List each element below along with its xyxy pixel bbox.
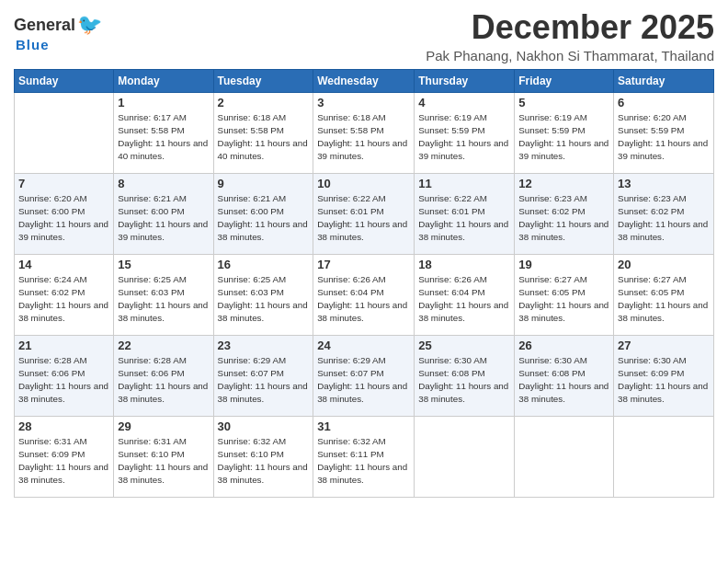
calendar-header-wednesday: Wednesday [313, 69, 415, 92]
day-number: 2 [218, 96, 310, 109]
calendar-header-sunday: Sunday [15, 69, 114, 92]
day-number: 27 [618, 339, 710, 352]
day-info: Sunrise: 6:21 AMSunset: 6:00 PMDaylight:… [118, 193, 208, 243]
calendar-cell: 25 Sunrise: 6:30 AMSunset: 6:08 PMDaylig… [415, 335, 515, 416]
logo-blue-label: Blue [16, 37, 50, 52]
calendar-week-row: 14 Sunrise: 6:24 AMSunset: 6:02 PMDaylig… [15, 254, 714, 335]
day-info: Sunrise: 6:32 AMSunset: 6:11 PMDaylight:… [317, 436, 407, 486]
day-info: Sunrise: 6:28 AMSunset: 6:06 PMDaylight:… [118, 355, 208, 405]
calendar-cell: 18 Sunrise: 6:26 AMSunset: 6:04 PMDaylig… [415, 254, 515, 335]
calendar-week-row: 7 Sunrise: 6:20 AMSunset: 6:00 PMDayligh… [15, 173, 714, 254]
calendar-cell: 30 Sunrise: 6:32 AMSunset: 6:10 PMDaylig… [213, 416, 313, 497]
day-number: 11 [418, 177, 510, 190]
month-title: December 2025 [426, 9, 714, 46]
logo-bird-icon: 🐦 [77, 13, 102, 37]
day-number: 12 [518, 177, 609, 190]
calendar-header-monday: Monday [114, 69, 213, 92]
day-info: Sunrise: 6:25 AMSunset: 6:03 PMDaylight:… [118, 274, 208, 324]
day-info: Sunrise: 6:17 AMSunset: 5:58 PMDaylight:… [118, 112, 208, 162]
day-info: Sunrise: 6:26 AMSunset: 6:04 PMDaylight:… [418, 274, 508, 324]
calendar-cell: 31 Sunrise: 6:32 AMSunset: 6:11 PMDaylig… [313, 416, 415, 497]
calendar-cell: 16 Sunrise: 6:25 AMSunset: 6:03 PMDaylig… [213, 254, 313, 335]
calendar-cell: 23 Sunrise: 6:29 AMSunset: 6:07 PMDaylig… [213, 335, 313, 416]
day-info: Sunrise: 6:18 AMSunset: 5:58 PMDaylight:… [317, 112, 407, 162]
calendar-cell [415, 416, 515, 497]
day-info: Sunrise: 6:23 AMSunset: 6:02 PMDaylight:… [518, 193, 609, 243]
calendar-cell: 2 Sunrise: 6:18 AMSunset: 5:58 PMDayligh… [213, 92, 313, 173]
calendar-header-tuesday: Tuesday [213, 69, 313, 92]
day-info: Sunrise: 6:31 AMSunset: 6:09 PMDaylight:… [18, 436, 108, 486]
calendar-cell: 15 Sunrise: 6:25 AMSunset: 6:03 PMDaylig… [114, 254, 213, 335]
day-number: 1 [118, 96, 209, 109]
day-info: Sunrise: 6:19 AMSunset: 5:59 PMDaylight:… [518, 112, 609, 162]
day-info: Sunrise: 6:29 AMSunset: 6:07 PMDaylight:… [218, 355, 308, 405]
day-info: Sunrise: 6:25 AMSunset: 6:03 PMDaylight:… [218, 274, 308, 324]
day-info: Sunrise: 6:27 AMSunset: 6:05 PMDaylight:… [618, 274, 708, 324]
calendar-cell: 1 Sunrise: 6:17 AMSunset: 5:58 PMDayligh… [114, 92, 213, 173]
calendar-cell: 5 Sunrise: 6:19 AMSunset: 5:59 PMDayligh… [515, 92, 614, 173]
day-number: 15 [118, 258, 209, 271]
day-number: 21 [18, 339, 109, 352]
day-number: 30 [218, 419, 310, 433]
day-info: Sunrise: 6:21 AMSunset: 6:00 PMDaylight:… [218, 193, 308, 243]
day-info: Sunrise: 6:22 AMSunset: 6:01 PMDaylight:… [418, 193, 508, 243]
calendar-week-row: 1 Sunrise: 6:17 AMSunset: 5:58 PMDayligh… [15, 92, 714, 173]
day-info: Sunrise: 6:28 AMSunset: 6:06 PMDaylight:… [18, 355, 108, 405]
calendar-cell [614, 416, 714, 497]
day-info: Sunrise: 6:20 AMSunset: 5:59 PMDaylight:… [618, 112, 708, 162]
calendar-header-friday: Friday [515, 69, 614, 92]
calendar-cell: 7 Sunrise: 6:20 AMSunset: 6:00 PMDayligh… [15, 173, 114, 254]
title-block: December 2025 Pak Phanang, Nakhon Si Tha… [426, 9, 714, 63]
day-info: Sunrise: 6:30 AMSunset: 6:08 PMDaylight:… [418, 355, 508, 405]
day-number: 28 [18, 419, 109, 433]
day-number: 19 [518, 258, 609, 271]
day-info: Sunrise: 6:23 AMSunset: 6:02 PMDaylight:… [618, 193, 708, 243]
calendar-cell: 29 Sunrise: 6:31 AMSunset: 6:10 PMDaylig… [114, 416, 213, 497]
calendar-header-thursday: Thursday [415, 69, 515, 92]
day-number: 14 [18, 258, 109, 271]
day-number: 8 [118, 177, 209, 190]
day-number: 6 [618, 96, 710, 109]
day-number: 17 [317, 258, 410, 271]
day-number: 4 [418, 96, 510, 109]
day-info: Sunrise: 6:30 AMSunset: 6:08 PMDaylight:… [518, 355, 609, 405]
day-number: 26 [518, 339, 609, 352]
day-number: 9 [218, 177, 310, 190]
day-info: Sunrise: 6:22 AMSunset: 6:01 PMDaylight:… [317, 193, 407, 243]
calendar-cell: 26 Sunrise: 6:30 AMSunset: 6:08 PMDaylig… [515, 335, 614, 416]
day-info: Sunrise: 6:19 AMSunset: 5:59 PMDaylight:… [418, 112, 508, 162]
calendar-cell: 6 Sunrise: 6:20 AMSunset: 5:59 PMDayligh… [614, 92, 714, 173]
calendar-cell: 11 Sunrise: 6:22 AMSunset: 6:01 PMDaylig… [415, 173, 515, 254]
calendar-cell: 13 Sunrise: 6:23 AMSunset: 6:02 PMDaylig… [614, 173, 714, 254]
day-number: 29 [118, 419, 209, 433]
calendar-cell: 19 Sunrise: 6:27 AMSunset: 6:05 PMDaylig… [515, 254, 614, 335]
day-number: 18 [418, 258, 510, 271]
calendar-cell: 22 Sunrise: 6:28 AMSunset: 6:06 PMDaylig… [114, 335, 213, 416]
page: General 🐦 Blue December 2025 Pak Phanang… [0, 0, 728, 563]
calendar-cell: 8 Sunrise: 6:21 AMSunset: 6:00 PMDayligh… [114, 173, 213, 254]
day-number: 31 [317, 419, 410, 433]
day-info: Sunrise: 6:31 AMSunset: 6:10 PMDaylight:… [118, 436, 208, 486]
day-info: Sunrise: 6:29 AMSunset: 6:07 PMDaylight:… [317, 355, 407, 405]
location-title: Pak Phanang, Nakhon Si Thammarat, Thaila… [426, 48, 714, 63]
calendar-header-saturday: Saturday [614, 69, 714, 92]
day-number: 7 [18, 177, 109, 190]
logo-general-text: General [14, 16, 75, 35]
calendar-cell: 10 Sunrise: 6:22 AMSunset: 6:01 PMDaylig… [313, 173, 415, 254]
day-info: Sunrise: 6:32 AMSunset: 6:10 PMDaylight:… [218, 436, 308, 486]
calendar-cell: 28 Sunrise: 6:31 AMSunset: 6:09 PMDaylig… [15, 416, 114, 497]
calendar-cell: 27 Sunrise: 6:30 AMSunset: 6:09 PMDaylig… [614, 335, 714, 416]
day-number: 23 [218, 339, 310, 352]
calendar-cell: 24 Sunrise: 6:29 AMSunset: 6:07 PMDaylig… [313, 335, 415, 416]
calendar-cell: 14 Sunrise: 6:24 AMSunset: 6:02 PMDaylig… [15, 254, 114, 335]
day-number: 20 [618, 258, 710, 271]
day-info: Sunrise: 6:26 AMSunset: 6:04 PMDaylight:… [317, 274, 407, 324]
day-number: 25 [418, 339, 510, 352]
calendar-cell [515, 416, 614, 497]
calendar-cell: 9 Sunrise: 6:21 AMSunset: 6:00 PMDayligh… [213, 173, 313, 254]
day-number: 24 [317, 339, 410, 352]
calendar-cell: 17 Sunrise: 6:26 AMSunset: 6:04 PMDaylig… [313, 254, 415, 335]
day-info: Sunrise: 6:30 AMSunset: 6:09 PMDaylight:… [618, 355, 708, 405]
calendar-week-row: 28 Sunrise: 6:31 AMSunset: 6:09 PMDaylig… [15, 416, 714, 497]
calendar-week-row: 21 Sunrise: 6:28 AMSunset: 6:06 PMDaylig… [15, 335, 714, 416]
